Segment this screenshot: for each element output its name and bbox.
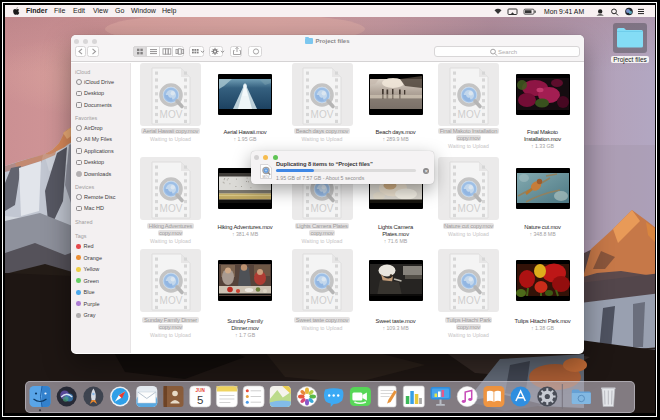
svg-text:JUN: JUN xyxy=(196,388,206,393)
svg-text:MOV: MOV xyxy=(457,203,480,214)
svg-text:MOV: MOV xyxy=(311,109,334,120)
svg-text:MOV: MOV xyxy=(262,175,269,179)
svg-text:MOV: MOV xyxy=(159,109,182,120)
svg-text:MOV: MOV xyxy=(311,295,334,306)
svg-text:MOV: MOV xyxy=(159,203,182,214)
svg-text:Mon 9:41 AM: Mon 9:41 AM xyxy=(544,8,584,15)
svg-text:MOV: MOV xyxy=(159,295,182,306)
svg-text:MOV: MOV xyxy=(311,203,334,214)
svg-text:MOV: MOV xyxy=(457,109,480,120)
svg-text:5: 5 xyxy=(197,394,203,406)
svg-text:MOV: MOV xyxy=(457,295,480,306)
